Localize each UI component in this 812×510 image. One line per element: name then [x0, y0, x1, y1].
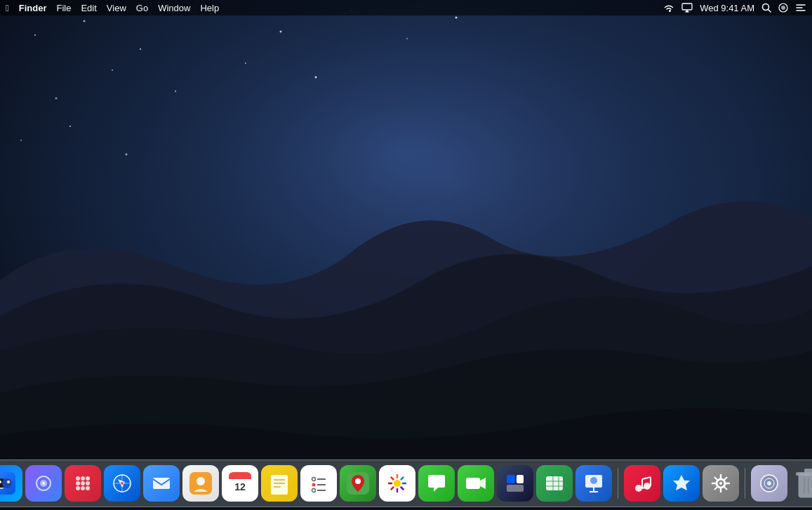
svg-point-179: [76, 486, 80, 490]
siri-icon[interactable]: [778, 3, 788, 13]
datetime[interactable]: Wed 9:41 AM: [700, 3, 754, 13]
trash-dock-icon: [794, 467, 813, 500]
maps-dock-icon: [347, 472, 369, 495]
svg-point-4: [140, 48, 141, 50]
svg-point-207: [394, 480, 401, 487]
svg-rect-218: [507, 475, 515, 483]
svg-point-8: [406, 38, 408, 39]
svg-point-172: [42, 482, 45, 485]
svg-point-229: [590, 477, 597, 484]
dock-reminders[interactable]: [300, 465, 337, 502]
svg-rect-18: [682, 4, 692, 10]
safari-dock-icon: [111, 472, 133, 495]
dock-launchpad[interactable]: [65, 465, 101, 502]
svg-point-15: [20, 140, 22, 141]
dock-separator: [618, 468, 618, 499]
svg-point-3: [84, 20, 86, 22]
svg-point-185: [121, 482, 124, 485]
svg-point-14: [315, 76, 317, 79]
desktop-background: [0, 0, 812, 510]
go-menu[interactable]: Go: [136, 3, 148, 13]
svg-point-17: [126, 154, 128, 156]
dock-archive[interactable]: [751, 465, 787, 502]
dock-calendar[interactable]: 12: [222, 465, 258, 502]
svg-point-167: [2, 478, 12, 488]
dock-music[interactable]: [624, 465, 660, 502]
dock-appstore[interactable]: [663, 465, 700, 502]
dock-mail[interactable]: [143, 465, 180, 502]
finder-dock-icon: [0, 472, 15, 495]
systemprefs-dock-icon: [710, 472, 732, 495]
svg-rect-221: [546, 476, 563, 490]
svg-point-11: [55, 98, 58, 100]
svg-point-12: [175, 90, 176, 92]
archive-dock-icon: [758, 472, 780, 495]
svg-line-21: [768, 10, 771, 13]
svg-point-10: [112, 69, 113, 71]
svg-point-181: [86, 486, 90, 490]
desktop:  Finder File Edit View Go Window Help W…: [0, 0, 812, 510]
dock-contacts[interactable]: [182, 465, 219, 502]
dock-facetime[interactable]: [458, 465, 494, 502]
svg-rect-249: [799, 474, 813, 497]
photos-dock-icon: [386, 472, 408, 495]
dock-maps[interactable]: [340, 465, 376, 502]
dock-finder[interactable]: [0, 465, 22, 502]
facetime-dock-icon: [465, 472, 487, 495]
menubar:  Finder File Edit View Go Window Help W…: [0, 0, 812, 15]
siri-dock-icon: [32, 472, 55, 495]
dock-systemprefs[interactable]: [703, 465, 739, 502]
dock-siri[interactable]: [25, 465, 62, 502]
svg-point-237: [719, 482, 722, 485]
dock-notes[interactable]: [261, 465, 298, 502]
svg-line-243: [724, 488, 726, 490]
svg-rect-193: [271, 475, 288, 495]
dock-keynote[interactable]: [575, 465, 612, 502]
svg-point-180: [81, 486, 85, 490]
messages-dock-icon: [425, 472, 448, 495]
svg-point-173: [76, 476, 80, 481]
dock-separator-2: [745, 468, 745, 499]
view-menu[interactable]: View: [107, 3, 126, 13]
music-dock-icon: [631, 472, 653, 495]
search-icon[interactable]: [761, 3, 771, 13]
window-menu[interactable]: Window: [158, 3, 190, 13]
svg-rect-220: [507, 485, 524, 492]
svg-point-6: [280, 31, 282, 33]
svg-point-200: [312, 483, 315, 487]
edit-menu[interactable]: Edit: [81, 3, 96, 13]
wallet-dock-icon: [504, 472, 526, 495]
svg-line-242: [714, 478, 717, 480]
keynote-dock-icon: [583, 472, 605, 495]
svg-point-16: [69, 126, 71, 127]
dock-numbers[interactable]: [536, 465, 573, 502]
svg-point-188: [197, 477, 205, 485]
control-center-icon[interactable]: [795, 4, 806, 12]
airplay-icon[interactable]: [681, 3, 693, 13]
svg-rect-186: [153, 478, 170, 489]
svg-point-169: [7, 481, 10, 483]
dock: 12: [0, 459, 812, 507]
finder-menu[interactable]: Finder: [19, 3, 47, 13]
svg-text:12: 12: [234, 481, 246, 492]
help-menu[interactable]: Help: [200, 3, 219, 13]
svg-rect-197: [307, 472, 330, 495]
svg-point-9: [455, 17, 458, 19]
contacts-dock-icon: [189, 472, 212, 495]
svg-point-176: [76, 481, 80, 485]
dock-safari[interactable]: [104, 465, 140, 502]
svg-rect-191: [229, 476, 251, 479]
apple-menu[interactable]: : [6, 3, 9, 13]
svg-point-205: [355, 478, 361, 484]
svg-point-248: [767, 481, 771, 485]
file-menu[interactable]: File: [56, 3, 71, 13]
dock-messages[interactable]: [418, 465, 455, 502]
wifi-icon[interactable]: [663, 4, 674, 12]
dock-photos[interactable]: [379, 465, 415, 502]
dock-trash[interactable]: [790, 465, 813, 502]
mail-dock-icon: [150, 472, 173, 495]
svg-point-2: [34, 34, 36, 36]
dock-wallet[interactable]: [497, 465, 533, 502]
svg-rect-251: [804, 469, 813, 473]
svg-marker-217: [480, 478, 486, 489]
